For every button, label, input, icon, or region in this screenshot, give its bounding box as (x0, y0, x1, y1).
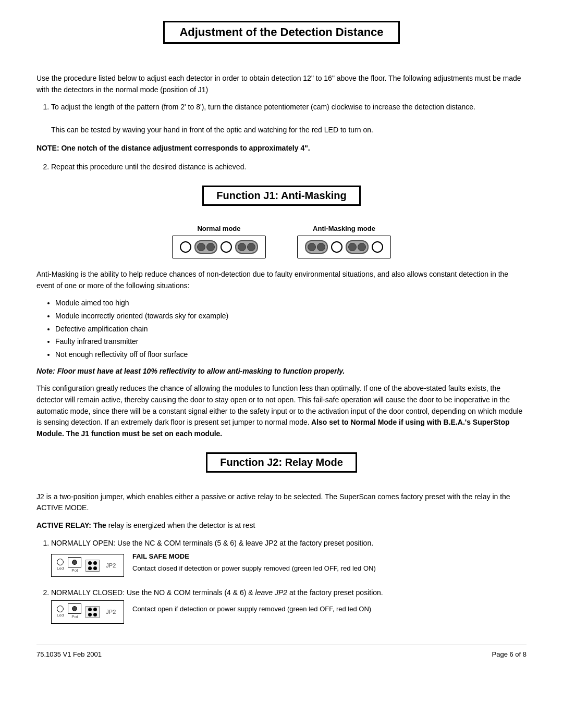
active-relay-line: ACTIVE RELAY: The relay is energized whe… (36, 520, 527, 532)
intro-paragraph: Use the procedure listed below to adjust… (36, 73, 527, 95)
bullet-4: Faulty infrared transmitter (55, 336, 527, 348)
pin-dot (93, 561, 97, 565)
bullet-1: Module aimed too high (55, 298, 527, 309)
jumper-circle-open-1 (180, 241, 191, 253)
relay-diagram-2: Led Pot (51, 600, 527, 623)
step-1: To adjust the length of the pattern (fro… (51, 102, 527, 135)
page-title: Adjustment of the Detection Distance (163, 21, 399, 44)
j2-intro: J2 is a two-position jumper, which enabl… (36, 491, 527, 514)
fail-safe-text-block: FAIL SAFE MODE Contact closed if detecti… (132, 551, 376, 580)
pin-strip-1 (85, 560, 100, 572)
section3-title: Function J2: Relay Mode (206, 452, 357, 473)
pot-knob-1 (72, 560, 77, 565)
jumper-pin-6 (317, 243, 325, 251)
normal-mode-diagram: Normal mode (172, 225, 266, 258)
jumper-circle-open-2 (221, 241, 232, 253)
pin-dot (93, 608, 97, 611)
pot-knob-2 (72, 606, 77, 611)
pin-dot (88, 608, 92, 611)
led-indicator-2 (57, 606, 64, 612)
footer: 75.1035 V1 Feb 2001 Page 6 of 8 (36, 645, 527, 658)
contact-open-text-block: Contact open if detection or power suppl… (132, 604, 371, 621)
anti-masking-p1: Anti-Masking is the ability to help redu… (36, 269, 527, 291)
jp2-box-2: Led Pot (51, 600, 124, 623)
jp2-box-1: Led Pot (51, 554, 124, 577)
note-1: NOTE: One notch of the distance adjustme… (36, 143, 527, 154)
footer-left: 75.1035 V1 Feb 2001 (36, 650, 102, 658)
jumper-pin-1 (197, 243, 205, 251)
pin-dot (88, 613, 92, 616)
led-indicator-1 (57, 559, 64, 565)
bullet-3: Defective amplification chain (55, 324, 527, 335)
jumper-diagrams: Normal mode Anti-Masking mod (36, 225, 527, 258)
step-1b: This can be tested by waving your hand i… (51, 126, 373, 134)
pin-strip-2 (85, 606, 100, 618)
jp2-label-2: JP2 (106, 608, 116, 616)
jp2-label-1: JP2 (106, 561, 116, 570)
note-italic: Note: Floor must have at least 10% refle… (36, 366, 527, 377)
antimasking-mode-diagram: Anti-Masking mode (297, 225, 391, 258)
jumper-circle-open-4 (372, 241, 383, 253)
jumper-pin-2 (206, 243, 215, 251)
pot-box-1 (68, 557, 81, 567)
footer-right: Page 6 of 8 (492, 650, 527, 658)
bullet-5: Not enough reflectivity off of floor sur… (55, 349, 527, 361)
jumper-pin-4 (247, 243, 255, 251)
anti-masking-bullets: Module aimed too high Module incorrectly… (55, 298, 527, 360)
normal-mode-jumper (172, 236, 266, 258)
anti-masking-p2: This configuration greatly reduces the c… (36, 383, 527, 439)
jumper-pin-5 (308, 243, 316, 251)
pin-dot (88, 566, 92, 570)
normal-mode-label: Normal mode (197, 225, 240, 232)
relay-diagram-1: Led Pot (51, 551, 527, 580)
jumper-pin-3 (238, 243, 246, 251)
antimasking-mode-label: Anti-Masking mode (313, 225, 375, 232)
normally-closed-item: NORMALLY CLOSED: Use the NO & COM termin… (51, 587, 527, 624)
bullet-2: Module incorrectly oriented (towards sky… (55, 311, 527, 322)
step-2: Repeat this procedure until the desired … (51, 162, 527, 173)
pot-box-2 (68, 603, 81, 614)
jumper-pin-8 (358, 243, 366, 251)
pin-dot (93, 566, 97, 570)
normally-open-item: NORMALLY OPEN: Use the NC & COM terminal… (51, 538, 527, 580)
antimasking-mode-jumper (297, 236, 391, 258)
pin-dot (88, 561, 92, 565)
pin-dot (93, 613, 97, 616)
jumper-circle-open-3 (331, 241, 342, 253)
section2-title: Function J1: Anti-Masking (202, 186, 360, 206)
jumper-pin-7 (348, 243, 357, 251)
